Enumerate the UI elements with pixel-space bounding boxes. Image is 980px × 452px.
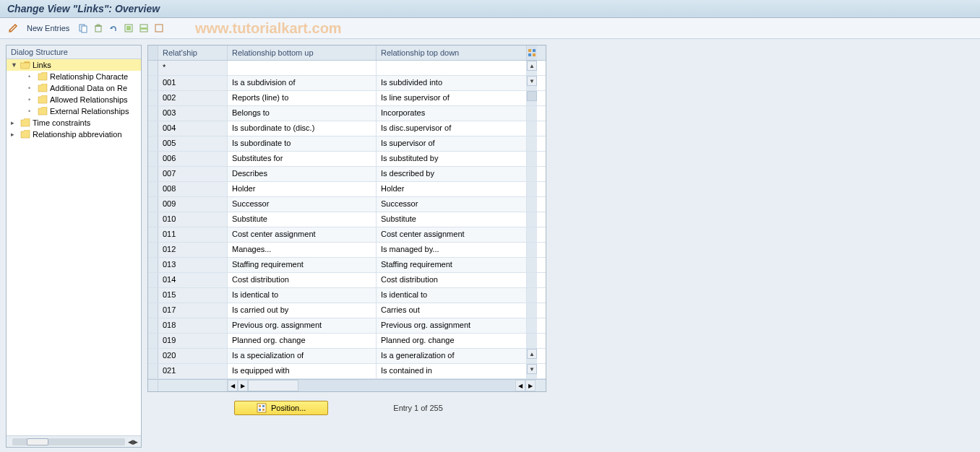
row-selector[interactable] [148,76,158,90]
cell-bottom-up[interactable]: Is equipped with [228,364,377,378]
cell-relship-code[interactable]: 001 [158,76,228,90]
row-selector[interactable] [148,136,158,151]
tree-item[interactable]: ▸Relationship abbreviation [7,129,141,140]
cell-top-down[interactable]: Substitute [377,212,527,227]
tree-item[interactable]: ▼Links [7,59,141,71]
vertical-scrollbar-segment[interactable] [527,91,537,105]
cell-relship-code[interactable]: 015 [158,288,228,303]
cell-bottom-up[interactable]: Belongs to [228,106,377,121]
vertical-scrollbar-segment[interactable] [527,258,537,272]
vertical-scrollbar-segment[interactable] [527,136,537,151]
cell-bottom-up[interactable]: Is a subdivision of [228,76,377,90]
vertical-scrollbar-segment[interactable] [527,212,537,227]
table-row[interactable]: 001Is a subdivision ofIs subdivided into… [148,76,546,91]
table-row[interactable]: 005Is subordinate toIs supervisor of [148,136,546,152]
cell-top-down[interactable]: Is a generalization of [377,349,527,363]
cell-bottom-up[interactable]: Describes [228,167,377,181]
select-block-icon[interactable] [138,22,150,34]
vertical-scrollbar-segment[interactable] [527,243,537,257]
select-all-icon[interactable] [123,22,134,34]
cell-top-down[interactable]: Successor [377,197,527,212]
cell-relship-code[interactable]: 021 [158,364,228,378]
cell-top-down[interactable]: Incorporates [377,106,527,121]
cell-bottom-up[interactable]: Is identical to [228,288,377,303]
cell-relship-code[interactable]: 020 [158,349,228,363]
cell-bottom-up[interactable]: Substitute [228,212,377,227]
copy-icon[interactable] [77,22,89,34]
cell-bottom-up[interactable]: Cost center assignment [228,227,377,242]
vertical-scrollbar-segment[interactable] [527,106,537,121]
cell-top-down[interactable]: Holder [377,182,527,196]
tree-item[interactable]: •Additional Data on Re [7,82,141,94]
cell-relship-code[interactable]: 014 [158,273,228,287]
scroll-thumb[interactable] [527,91,537,101]
cell-top-down[interactable]: Is managed by... [377,243,527,257]
select-all-column-header[interactable] [148,45,158,60]
row-selector[interactable] [148,243,158,257]
cell-top-down[interactable]: Previous org. assignment [377,318,527,333]
cell-top-down[interactable]: Planned org. change [377,334,527,348]
scroll-right-icon[interactable]: ▶ [133,438,138,446]
expand-icon[interactable]: ▸ [11,131,18,138]
new-entries-button[interactable]: New Entries [22,24,74,32]
cell-relship-code[interactable]: 011 [158,227,228,242]
vertical-scrollbar-segment[interactable] [527,121,537,136]
table-row[interactable]: 006Substitutes forIs substituted by [148,152,546,167]
cell-top-down[interactable]: Is line supervisor of [377,91,527,105]
column-header-top-down[interactable]: Relationship top down [377,45,527,60]
table-row[interactable]: 014Cost distributionCost distribution [148,273,546,288]
toggle-edit-icon[interactable] [7,22,19,34]
vertical-scrollbar-segment[interactable] [527,167,537,181]
row-selector[interactable] [148,167,158,181]
table-config-icon[interactable] [527,45,537,60]
expand-icon[interactable]: ▸ [11,119,18,126]
cell-bottom-up[interactable]: Holder [228,182,377,196]
row-selector[interactable] [148,61,158,75]
vertical-scrollbar-segment[interactable] [527,152,537,166]
cell-bottom-up[interactable]: Is carried out by [228,303,377,318]
table-row[interactable]: 004Is subordinate to (disc.)Is disc.supe… [148,121,546,136]
expand-icon[interactable]: • [28,73,35,80]
vertical-scrollbar-segment[interactable] [527,273,537,287]
cell-relship-code[interactable]: 006 [158,152,228,166]
table-row[interactable]: 010SubstituteSubstitute [148,212,546,227]
row-selector[interactable] [148,121,158,136]
cell-top-down[interactable]: Staffing requirement [377,258,527,272]
expand-icon[interactable]: • [28,108,35,115]
tree-item[interactable]: •Allowed Relationships [7,94,141,105]
cell-relship-code[interactable]: 008 [158,182,228,196]
row-selector[interactable] [148,303,158,318]
column-header-bottom-up[interactable]: Relationship bottom up [228,45,377,60]
row-selector[interactable] [148,212,158,227]
hscroll-left-icon[interactable]: ◀ [228,380,238,391]
cell-bottom-up[interactable]: Manages... [228,243,377,257]
column-header-relship[interactable]: Relat'ship [158,45,228,60]
row-selector[interactable] [148,334,158,348]
scroll-up-icon[interactable]: ▲ [527,349,537,359]
vertical-scrollbar-segment[interactable] [527,288,537,303]
vertical-scrollbar-segment[interactable] [527,334,537,348]
cell-top-down[interactable]: Is disc.supervisor of [377,121,527,136]
cell-bottom-up[interactable]: Staffing requirement [228,258,377,272]
vertical-scrollbar-segment[interactable]: ▼ [527,76,537,90]
filter-cell[interactable] [377,61,527,75]
row-selector[interactable] [148,91,158,105]
cell-top-down[interactable]: Cost distribution [377,273,527,287]
hscroll-right-end-icon[interactable]: ▶ [525,380,536,391]
hscroll-left-end-icon[interactable]: ◀ [515,380,525,391]
row-selector[interactable] [148,227,158,242]
cell-bottom-up[interactable]: Reports (line) to [228,91,377,105]
cell-relship-code[interactable]: 013 [158,258,228,272]
row-selector[interactable] [148,273,158,287]
table-row[interactable]: 002Reports (line) toIs line supervisor o… [148,91,546,106]
table-row[interactable]: 013Staffing requirementStaffing requirem… [148,258,546,273]
table-row[interactable]: 009SuccessorSuccessor [148,197,546,212]
row-selector[interactable] [148,182,158,196]
table-row[interactable]: 007DescribesIs described by [148,167,546,182]
cell-relship-code[interactable]: 005 [158,136,228,151]
scroll-down-icon[interactable]: ▼ [527,76,537,86]
cell-top-down[interactable]: Cost center assignment [377,227,527,242]
row-selector[interactable] [148,364,158,378]
cell-top-down[interactable]: Is contained in [377,364,527,378]
cell-bottom-up[interactable]: Successor [228,197,377,212]
